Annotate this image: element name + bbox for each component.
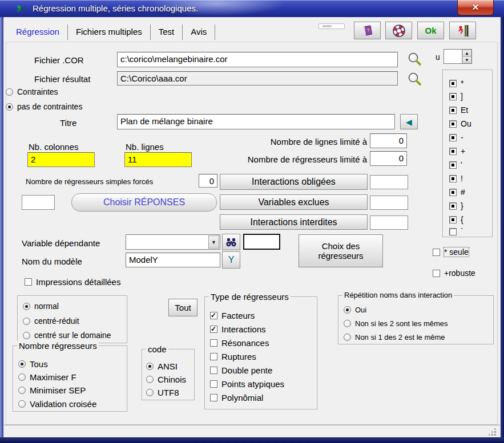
u-spinner[interactable] bbox=[443, 49, 472, 64]
radio-validation-croisee[interactable]: Validation croisée bbox=[18, 399, 96, 409]
radio-minimiser-sep[interactable]: Minimiser SEP bbox=[18, 385, 86, 395]
radio-non-1-meme[interactable]: Non si 1 des 2 est le même bbox=[344, 333, 445, 342]
checkbox-impressions-detaillees[interactable]: Impressions détaillées bbox=[25, 277, 120, 287]
tab-strip: Régression Fichiers multiples Test Avis bbox=[8, 23, 215, 41]
radio-chinois[interactable]: Chinois bbox=[146, 375, 186, 384]
reponses-count-box[interactable] bbox=[22, 195, 55, 210]
radio-normal[interactable]: normal bbox=[23, 302, 59, 311]
variable-count-box[interactable] bbox=[243, 234, 280, 250]
help-lifebuoy-button[interactable] bbox=[385, 22, 412, 39]
radio-contraintes[interactable]: Contraintes bbox=[6, 87, 58, 96]
checkbox-seule[interactable]: * seule bbox=[433, 247, 469, 257]
help-book-button[interactable]: ? bbox=[354, 22, 381, 39]
radio-ansi[interactable]: ANSI bbox=[146, 361, 178, 371]
tab-fichiers-multiples[interactable]: Fichiers multiples bbox=[68, 25, 151, 40]
radio-label: Oui bbox=[355, 306, 366, 314]
symbol-option-rbrace[interactable]: } bbox=[449, 201, 463, 210]
checkbox-icon bbox=[449, 80, 457, 87]
tab-test[interactable]: Test bbox=[151, 25, 183, 40]
choisir-reponses-button[interactable]: Choisir RÉPONSES bbox=[71, 193, 217, 212]
symbol-option-ou[interactable]: Ou bbox=[449, 119, 471, 128]
regresseurs-limit-input[interactable]: 0 bbox=[370, 151, 407, 166]
radio-oui[interactable]: Oui bbox=[344, 306, 366, 314]
tab-avis[interactable]: Avis bbox=[183, 25, 215, 40]
symbol-option-hash[interactable]: # bbox=[449, 188, 465, 197]
checkbox-ruptures[interactable]: Ruptures bbox=[210, 352, 256, 361]
ok-button[interactable]: Ok bbox=[417, 22, 444, 39]
dropdown-arrow-icon[interactable] bbox=[208, 235, 219, 249]
regresseurs-limit-label: Nombre de régresseurs limité à bbox=[197, 155, 367, 164]
symbol-option-bang[interactable]: ! bbox=[449, 174, 463, 183]
symbol-option-plus[interactable]: + bbox=[449, 147, 465, 156]
spinner-arrows-icon[interactable] bbox=[462, 50, 471, 63]
group-title: Répétition noms dans interaction bbox=[342, 291, 454, 299]
radio-label: pas de contraintes bbox=[17, 102, 82, 111]
radio-non-2-memes[interactable]: Non si les 2 sont les mêmes bbox=[344, 319, 448, 328]
group-title: Type de régresseurs bbox=[209, 292, 291, 302]
browse-cor-magnifier-icon[interactable] bbox=[407, 52, 422, 67]
radio-icon bbox=[146, 363, 154, 370]
checkbox-polynomial[interactable]: Polynômial bbox=[210, 393, 263, 403]
tout-button[interactable]: Tout bbox=[168, 299, 197, 316]
lignes-limit-input[interactable]: 0 bbox=[370, 133, 407, 148]
checkbox-facteurs[interactable]: Facteurs bbox=[210, 311, 255, 320]
symbol-option-et[interactable]: Et bbox=[449, 105, 468, 115]
titre-recall-button[interactable] bbox=[400, 114, 418, 129]
symbol-option-backtick[interactable]: ` bbox=[449, 227, 463, 236]
checkbox-resonances[interactable]: Résonances bbox=[210, 338, 269, 348]
titre-input[interactable]: Plan de mélange binaire bbox=[117, 114, 395, 129]
checkbox-interactions[interactable]: Interactions bbox=[210, 324, 266, 334]
find-variable-button[interactable] bbox=[222, 234, 240, 250]
radio-label: Validation croisée bbox=[30, 399, 96, 409]
u-label: u bbox=[436, 52, 440, 62]
nb-colonnes-input[interactable]: 2 bbox=[27, 152, 95, 167]
fichier-resultat-input[interactable]: C:\Corico\aaa.cor bbox=[117, 71, 398, 86]
checkbox-icon bbox=[449, 93, 457, 100]
close-button[interactable] bbox=[457, 0, 494, 15]
interactions-obligees-box[interactable] bbox=[370, 175, 408, 189]
radio-icon bbox=[18, 373, 26, 381]
interactions-interdites-box[interactable] bbox=[370, 216, 408, 230]
radio-maximiser-f[interactable]: Maximiser F bbox=[18, 372, 76, 382]
symbol-label: Et bbox=[461, 105, 468, 115]
radio-centre-domaine[interactable]: centré sur le domaine bbox=[23, 331, 111, 340]
checkbox-double-pente[interactable]: Double pente bbox=[210, 365, 272, 375]
radio-icon bbox=[23, 303, 30, 310]
checkbox-icon bbox=[449, 189, 457, 196]
resize-grip[interactable] bbox=[489, 429, 496, 436]
variables-exclues-box[interactable] bbox=[370, 196, 408, 210]
radio-icon bbox=[18, 360, 26, 368]
fichier-cor-input[interactable]: c:\corico\melangebinaire.cor bbox=[117, 52, 398, 67]
nb-lignes-input[interactable]: 11 bbox=[124, 152, 192, 167]
checkbox-label: Polynômial bbox=[221, 393, 263, 403]
simples-forces-input[interactable]: 0 bbox=[199, 174, 217, 188]
tab-regression[interactable]: Régression bbox=[8, 25, 68, 40]
symbol-label: Ou bbox=[461, 119, 471, 128]
browse-result-magnifier-icon[interactable] bbox=[407, 72, 422, 87]
checkbox-robuste[interactable]: +robuste bbox=[433, 269, 475, 278]
variables-exclues-button[interactable]: Variables exclues bbox=[220, 194, 368, 210]
symbol-option-bracket[interactable]: ] bbox=[449, 92, 463, 101]
symbol-label: # bbox=[461, 188, 465, 197]
u-spinner-value[interactable] bbox=[444, 50, 462, 63]
nom-modele-input[interactable]: ModelY bbox=[126, 253, 220, 267]
symbol-option-star[interactable]: * bbox=[449, 79, 463, 88]
symbol-option-quote[interactable]: ' bbox=[449, 160, 462, 169]
exit-button[interactable] bbox=[449, 22, 476, 39]
radio-centre-reduit[interactable]: centré-réduit bbox=[23, 316, 79, 326]
variable-dependante-dropdown[interactable] bbox=[126, 234, 220, 250]
interactions-obligees-button[interactable]: Interactions obligées bbox=[220, 174, 368, 190]
radio-tous[interactable]: Tous bbox=[18, 359, 48, 369]
radio-label: Non si les 2 sont les mêmes bbox=[355, 319, 448, 328]
checkbox-points-atypiques[interactable]: Points atypiques bbox=[210, 379, 284, 389]
symbol-option-lbrace[interactable]: { bbox=[449, 215, 463, 224]
interactions-interdites-button[interactable]: Interactions interdites bbox=[220, 214, 368, 230]
radio-pas-de-contraintes[interactable]: pas de contraintes bbox=[6, 102, 82, 111]
radio-icon bbox=[146, 376, 154, 383]
y-button[interactable]: Y bbox=[222, 251, 240, 269]
radio-utf8[interactable]: UTF8 bbox=[146, 388, 179, 397]
symbol-option-minus[interactable]: - bbox=[449, 133, 463, 142]
checkbox-icon bbox=[449, 134, 457, 141]
choix-regresseurs-button[interactable]: Choix des régresseurs bbox=[299, 234, 383, 267]
radio-label: normal bbox=[34, 302, 59, 311]
